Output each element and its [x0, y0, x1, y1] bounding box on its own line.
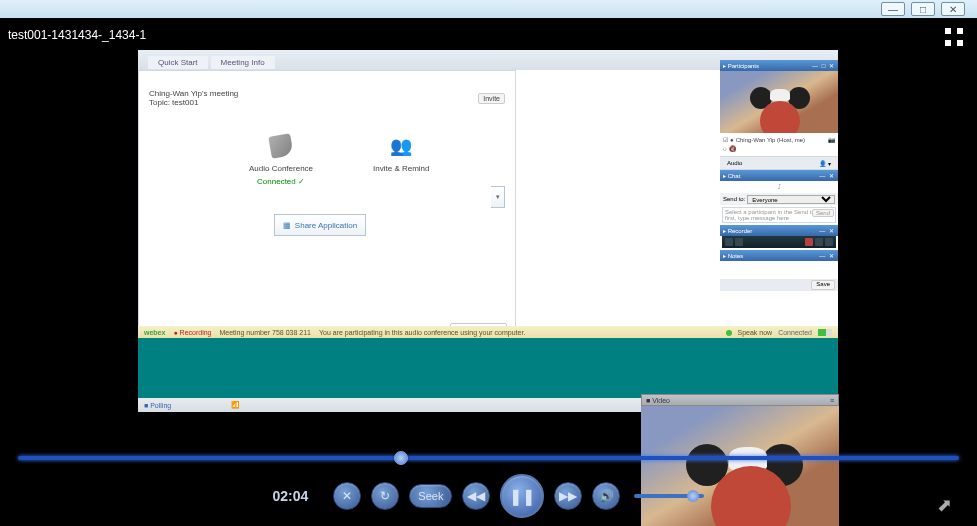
- panel-option-icon[interactable]: 👤 ▾: [815, 159, 835, 168]
- shared-desktop-area: [138, 338, 838, 398]
- chat-header[interactable]: ▸ Chat— ✕: [720, 170, 838, 181]
- tab-quickstart[interactable]: Quick Start: [148, 56, 208, 69]
- audio-status: Connected ✓: [257, 177, 305, 186]
- notes-header[interactable]: ▸ Notes— ✕: [720, 250, 838, 261]
- sendto-select[interactable]: Everyone: [747, 195, 835, 204]
- send-button[interactable]: Send: [812, 209, 834, 217]
- recording-status: ● Recording: [173, 329, 211, 336]
- share-application-button[interactable]: ▦ Share Application: [274, 214, 366, 236]
- people-icon: 👥: [387, 132, 415, 160]
- share-label: Share Application: [295, 221, 357, 230]
- host-line: Ching-Wan Yip's meeting: [149, 89, 238, 98]
- conn-status: Connected: [778, 329, 812, 336]
- invite-remind-block[interactable]: 👥 Invite & Remind: [373, 132, 429, 186]
- seek-button[interactable]: Seek: [409, 484, 452, 508]
- rewind-button[interactable]: ◀◀: [462, 482, 490, 510]
- participants-header[interactable]: ▸ Participants— □ ✕: [720, 60, 838, 71]
- maximize-button[interactable]: □: [911, 2, 935, 16]
- notes-body[interactable]: [720, 261, 838, 279]
- share-icon: ▦: [283, 221, 291, 230]
- volume-slider[interactable]: [634, 494, 704, 498]
- signal-icon: 📶: [231, 401, 240, 409]
- meeting-number: Meeting number 758 038 211: [220, 329, 311, 336]
- chat-body: ⤴: [720, 181, 838, 193]
- chat-input[interactable]: Select a participant in the Send to menu…: [722, 207, 836, 223]
- pip-header[interactable]: ■ Video ≡: [641, 394, 839, 406]
- minimize-button[interactable]: —: [881, 2, 905, 16]
- invite-label: Invite & Remind: [373, 164, 429, 173]
- status-msg: You are participating in this audio conf…: [319, 329, 525, 336]
- topic-line: Topic: test001: [149, 98, 238, 107]
- play-pause-button[interactable]: ❚❚: [500, 474, 544, 518]
- tab-meetinginfo[interactable]: Meeting Info: [211, 56, 275, 69]
- phone-icon: [267, 132, 295, 160]
- video-title: test001-1431434-_1434-1: [8, 28, 146, 42]
- recorder-controls[interactable]: [722, 236, 836, 248]
- forward-button[interactable]: ▶▶: [554, 482, 582, 510]
- sendto-label: Send to:: [723, 196, 745, 202]
- seek-bar[interactable]: [18, 456, 959, 460]
- share-dropdown-arrow[interactable]: ▾: [491, 186, 505, 208]
- volume-thumb[interactable]: [687, 490, 699, 502]
- video-content: Quick Start Meeting Info Ching-Wan Yip's…: [138, 50, 838, 412]
- player-controls: 02:04 ✕ ↻ Seek ◀◀ ❚❚ ▶▶ 🔊 ⬈: [0, 456, 977, 526]
- shuffle-button[interactable]: ✕: [333, 482, 361, 510]
- participant-list: ☑●Ching-Wan Yip (Host, me)📷 ○🔇: [720, 133, 838, 157]
- audio-tab[interactable]: Audio: [723, 159, 746, 167]
- popout-button[interactable]: ⬈: [937, 494, 957, 514]
- pip-menu-icon[interactable]: ≡: [830, 397, 834, 404]
- audio-label: Audio Conference: [249, 164, 313, 173]
- audio-conference-block[interactable]: Audio Conference Connected ✓: [249, 132, 313, 186]
- fullscreen-toggle[interactable]: [945, 28, 963, 46]
- volume-button[interactable]: 🔊: [592, 482, 620, 510]
- chat-sendto-row: Send to: Everyone: [720, 193, 838, 205]
- panel-mini-tabs: Audio 👤 ▾: [720, 157, 838, 170]
- recorder-header[interactable]: ▸ Recorder— ✕: [720, 225, 838, 236]
- close-button[interactable]: ✕: [941, 2, 965, 16]
- window-titlebar: — □ ✕: [0, 0, 977, 18]
- webcam-thumbnail[interactable]: [720, 71, 838, 133]
- participant-name: Ching-Wan Yip (Host, me): [736, 137, 805, 143]
- player-container: test001-1431434-_1434-1 Quick Start Meet…: [0, 18, 977, 526]
- time-label: 02:04: [273, 488, 309, 504]
- main-panel: Ching-Wan Yip's meeting Topic: test001 I…: [138, 70, 516, 340]
- repeat-button[interactable]: ↻: [371, 482, 399, 510]
- seek-thumb[interactable]: [394, 451, 408, 465]
- notes-save-button[interactable]: Save: [811, 280, 835, 290]
- invite-button-small[interactable]: Invite: [478, 93, 505, 104]
- speak-status: Speak now: [738, 329, 773, 336]
